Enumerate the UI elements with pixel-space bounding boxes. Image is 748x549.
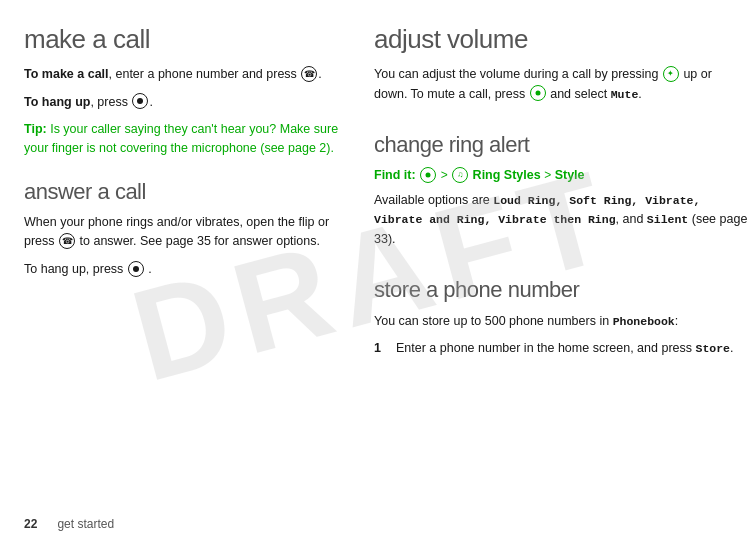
store-steps: 1 Enter a phone number in the home scree… xyxy=(374,339,748,358)
adjust-volume-title: adjust volume xyxy=(374,24,748,55)
step1-suffix: . xyxy=(730,341,733,355)
page-container: make a call To make a call, enter a phon… xyxy=(0,0,748,549)
tip-content: Is your caller saying they can't hear yo… xyxy=(24,122,338,155)
answer-hangup-text: To hang up, press xyxy=(24,262,123,276)
phonebook-label: Phonebook xyxy=(613,315,675,328)
answer-end-icon xyxy=(128,261,144,277)
make-call-para1: To make a call, enter a phone number and… xyxy=(24,65,340,84)
footer-spacer xyxy=(41,517,54,531)
find-arrow2: > xyxy=(544,168,551,182)
hang-up-bold: To hang up xyxy=(24,95,90,109)
hang-up-para: To hang up, press . xyxy=(24,93,340,112)
store-label: Store xyxy=(696,342,731,355)
adjust-text1: You can adjust the volume during a call … xyxy=(374,67,658,81)
store-intro-para: You can store up to 500 phone numbers in… xyxy=(374,312,748,331)
find-it-para: Find it: > ♫ Ring Styles > Style xyxy=(374,166,748,185)
tip-label: Tip: xyxy=(24,122,47,136)
step1-text: Enter a phone number in the home screen,… xyxy=(396,341,692,355)
center-key-icon xyxy=(530,85,546,101)
silent-label: Silent xyxy=(647,213,688,226)
store-colon: : xyxy=(675,314,678,328)
answer-icon: ☎ xyxy=(59,233,75,249)
find-arrow1: > xyxy=(441,168,448,182)
footer-label: get started xyxy=(57,517,114,531)
store-number-section: store a phone number You can store up to… xyxy=(374,277,748,358)
left-column: make a call To make a call, enter a phon… xyxy=(24,24,364,525)
hang-up-text: , press xyxy=(90,95,128,109)
step1-num: 1 xyxy=(374,339,396,358)
page-number: 22 xyxy=(24,517,37,531)
find-it-label: Find it: xyxy=(374,168,416,182)
store-text1: You can store up to 500 phone numbers in xyxy=(374,314,609,328)
answer-hangup-suffix: . xyxy=(148,262,151,276)
adjust-text3: and select xyxy=(550,87,607,101)
make-call-section: make a call To make a call, enter a phon… xyxy=(24,24,340,159)
end-call-icon xyxy=(132,93,148,109)
call-icon: ☎ xyxy=(301,66,317,82)
mute-label: Mute xyxy=(611,88,639,101)
page-footer: 22 get started xyxy=(24,517,114,531)
mute-period: . xyxy=(638,87,641,101)
store-step1: 1 Enter a phone number in the home scree… xyxy=(374,339,748,358)
make-call-text1: , enter a phone number and press xyxy=(109,67,297,81)
adjust-volume-para: You can adjust the volume during a call … xyxy=(374,65,748,104)
right-column: adjust volume You can adjust the volume … xyxy=(364,24,748,525)
ring-and-text: and xyxy=(623,212,644,226)
make-call-bold: To make a call xyxy=(24,67,109,81)
answer-hangup-para: To hang up, press . xyxy=(24,260,340,279)
ring-options-prefix: Available options are xyxy=(374,193,490,207)
change-ring-title: change ring alert xyxy=(374,132,748,158)
change-ring-section: change ring alert Find it: > ♫ Ring Styl… xyxy=(374,132,748,249)
answer-call-section: answer a call When your phone rings and/… xyxy=(24,179,340,280)
nav-up-icon xyxy=(663,66,679,82)
step1-content: Enter a phone number in the home screen,… xyxy=(396,339,734,358)
adjust-volume-section: adjust volume You can adjust the volume … xyxy=(374,24,748,104)
find-nav-icon xyxy=(420,167,436,183)
store-number-title: store a phone number xyxy=(374,277,748,303)
style-label: Style xyxy=(555,168,585,182)
answer-text2: to answer. See page 35 for answer option… xyxy=(80,234,320,248)
make-call-title: make a call xyxy=(24,24,340,55)
ring-styles-icon: ♫ xyxy=(452,167,468,183)
answer-call-title: answer a call xyxy=(24,179,340,205)
ring-styles-label: Ring Styles xyxy=(473,168,541,182)
tip-para: Tip: Is your caller saying they can't he… xyxy=(24,120,340,159)
ring-options-para: Available options are Loud Ring, Soft Ri… xyxy=(374,191,748,249)
answer-para1: When your phone rings and/or vibrates, o… xyxy=(24,213,340,252)
